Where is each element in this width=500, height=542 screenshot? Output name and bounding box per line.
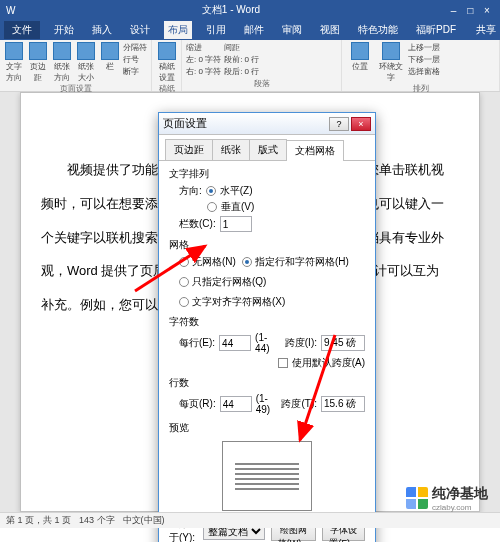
line-span-input[interactable]	[321, 396, 365, 412]
send-backward[interactable]: 下移一层	[408, 54, 440, 65]
app-icon: W	[6, 5, 15, 16]
direction-label: 方向:	[179, 184, 202, 198]
dlg-tab-layout[interactable]: 版式	[249, 139, 287, 160]
dialog-title: 页面设置	[163, 116, 327, 131]
radio-line-grid[interactable]	[179, 277, 189, 287]
perpage-label: 每页(R):	[179, 397, 216, 411]
brand-logo-icon	[406, 487, 428, 509]
radio-line-char-grid[interactable]	[242, 257, 252, 267]
tab-insert[interactable]: 插入	[88, 21, 116, 39]
tab-featured[interactable]: 特色功能	[354, 21, 402, 39]
sect-lines: 行数	[169, 376, 365, 390]
perline-label: 每行(E):	[179, 336, 215, 350]
spacing-before[interactable]: 段前: 0 行	[224, 54, 259, 65]
dlg-tab-paper[interactable]: 纸张	[212, 139, 250, 160]
line-numbers-button[interactable]: 行号	[123, 54, 147, 65]
tab-foxit[interactable]: 福昕PDF	[412, 21, 460, 39]
dlg-tab-docgrid[interactable]: 文档网格	[286, 140, 344, 161]
indent-left[interactable]: 左: 0 字符	[186, 54, 221, 65]
perline-range: (1-44)	[255, 332, 281, 354]
sect-text-direction: 文字排列	[169, 167, 365, 181]
columns-input[interactable]	[220, 216, 252, 232]
brand-name: 纯净基地	[432, 485, 488, 501]
brand-url: czlaby.com	[432, 503, 488, 512]
doc-title: 文档1 - Word	[15, 3, 446, 17]
text-direction-button[interactable]: 文字方向	[4, 42, 25, 83]
position-button[interactable]: 位置	[346, 42, 374, 72]
dialog-close-button[interactable]: ×	[351, 117, 371, 131]
dialog-help-button[interactable]: ?	[329, 117, 349, 131]
line-span-label: 跨度(T):	[281, 397, 317, 411]
share-button[interactable]: 共享	[476, 23, 496, 37]
char-span-input[interactable]	[321, 335, 365, 351]
margins-button[interactable]: 页边距	[28, 42, 49, 83]
char-span-label: 跨度(I):	[285, 336, 317, 350]
window-min[interactable]: –	[446, 5, 460, 16]
tab-design[interactable]: 设计	[126, 21, 154, 39]
status-page[interactable]: 第 1 页，共 1 页	[6, 514, 71, 527]
sect-chars: 字符数	[169, 315, 365, 329]
wrap-text-button[interactable]: 环绕文字	[377, 42, 405, 83]
radio-vertical[interactable]	[207, 202, 217, 212]
status-lang[interactable]: 中文(中国)	[123, 514, 165, 527]
status-words[interactable]: 143 个字	[79, 514, 115, 527]
orientation-button[interactable]: 纸张方向	[52, 42, 73, 83]
window-max[interactable]: □	[463, 5, 477, 16]
lines-per-page-input[interactable]	[220, 396, 252, 412]
spacing-after[interactable]: 段后: 0 行	[224, 66, 259, 77]
indent-right[interactable]: 右: 0 字符	[186, 66, 221, 77]
tab-layout[interactable]: 布局	[164, 21, 192, 39]
use-default-span-check[interactable]	[278, 358, 288, 368]
watermark-brand: 纯净基地 czlaby.com	[406, 484, 488, 512]
page-setup-dialog: 页面设置 ? × 页边距 纸张 版式 文档网格 文字排列 方向: 水平(Z) 垂…	[158, 112, 376, 542]
tab-home[interactable]: 开始	[50, 21, 78, 39]
tab-review[interactable]: 审阅	[278, 21, 306, 39]
manuscript-button[interactable]: 稿纸设置	[156, 42, 177, 83]
radio-no-grid[interactable]	[179, 257, 189, 267]
tab-view[interactable]: 视图	[316, 21, 344, 39]
group-paragraph: 段落	[186, 78, 337, 89]
tab-mailings[interactable]: 邮件	[240, 21, 268, 39]
breaks-button[interactable]: 分隔符	[123, 42, 147, 53]
selection-pane[interactable]: 选择窗格	[408, 66, 440, 77]
window-close[interactable]: ×	[480, 5, 494, 16]
indent-label: 缩进	[186, 42, 221, 53]
hyphenation-button[interactable]: 断字	[123, 66, 147, 77]
spacing-label: 间距	[224, 42, 259, 53]
perpage-range: (1-49)	[256, 393, 278, 415]
sect-grid: 网格	[169, 238, 365, 252]
columns-label: 栏数(C):	[179, 217, 216, 231]
dlg-tab-margins[interactable]: 页边距	[165, 139, 213, 160]
radio-horizontal[interactable]	[206, 186, 216, 196]
size-button[interactable]: 纸张大小	[75, 42, 96, 83]
preview-box	[222, 441, 312, 511]
tab-references[interactable]: 引用	[202, 21, 230, 39]
bring-forward[interactable]: 上移一层	[408, 42, 440, 53]
columns-button[interactable]: 栏	[99, 42, 120, 72]
tab-file[interactable]: 文件	[4, 21, 40, 39]
radio-align-grid[interactable]	[179, 297, 189, 307]
chars-per-line-input[interactable]	[219, 335, 251, 351]
sect-preview: 预览	[169, 421, 365, 435]
